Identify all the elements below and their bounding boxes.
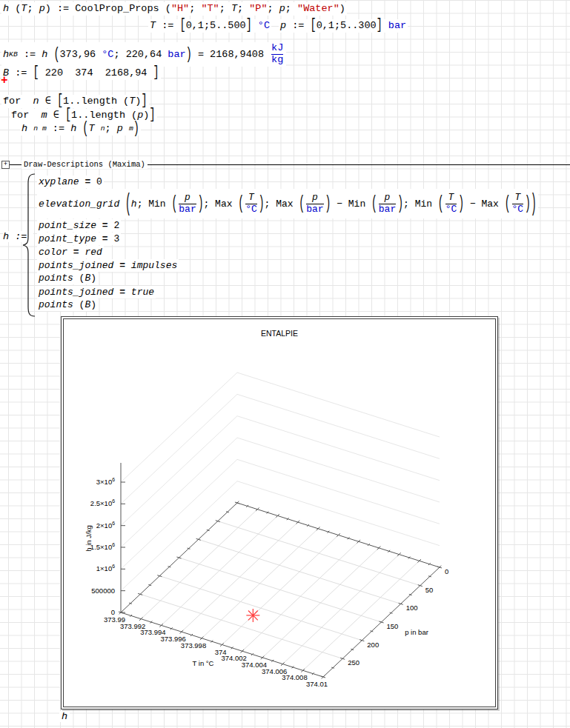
y-tick-label: 100: [406, 604, 418, 612]
z-tick-label: 2.5×106: [90, 498, 115, 507]
z-tick-label: 500000: [91, 587, 115, 595]
surface-mesh-line: [121, 416, 440, 526]
maxima-row-4: color = red: [37, 246, 104, 258]
z-tick-label: 1.5×106: [90, 542, 115, 551]
plot-variable-label: h: [59, 711, 70, 722]
formula-p-range[interactable]: p := [0,1;5..300] bar: [279, 19, 408, 33]
section-title: Draw-Descriptions (Maxima): [21, 160, 148, 169]
y-tick-label: 0: [445, 567, 448, 575]
section-header: + Draw-Descriptions (Maxima): [0, 159, 570, 170]
x-tick-label: 373.998: [181, 641, 206, 649]
maxima-row-1: elevation_grid (h; Min (pbar); Max (T°C)…: [37, 189, 538, 218]
surface-mesh-line: [121, 394, 440, 504]
x-tick-label: 374.01: [306, 680, 328, 688]
maxima-row-5: points_joined = impulses: [37, 259, 179, 272]
y-tick-label: 250: [348, 658, 359, 667]
3d-plot-region[interactable]: 05000001×1061.5×1062×1062.5×1063×106373.…: [61, 316, 498, 709]
y-tick-label: 150: [387, 622, 399, 630]
formula-coolprop-def[interactable]: h (T; p) := CoolProp_Props ("H"; "T"; T;…: [1, 2, 347, 16]
maxima-row-2: point_size = 2: [37, 219, 121, 232]
z-axis-label: h in J/kg: [84, 525, 93, 551]
formula-for-n[interactable]: for n ∈ [1..length (T)]: [1, 95, 149, 108]
maxima-row-0: xyplane = 0: [37, 176, 104, 188]
y-tick-label: 200: [367, 641, 379, 649]
formula-h-nm[interactable]: h n m := h (T n; p m): [20, 122, 141, 136]
z-tick-label: 2×106: [96, 521, 115, 530]
maxima-row-3: point_type = 3: [37, 233, 121, 245]
system-brace: [21, 173, 37, 318]
formula-T-range[interactable]: T := [0,1;5..500] °C: [148, 19, 271, 33]
section-divider-left: [10, 164, 21, 165]
y-axis-label: p in bar: [405, 628, 428, 636]
formula-B-vector[interactable]: B := [ 220 374 2168,94 ]: [1, 67, 161, 80]
formula-hKB[interactable]: hKB := h (373,96 °C; 220,64 bar) = 2168,…: [1, 42, 286, 67]
section-expand-toggle-icon[interactable]: +: [1, 161, 10, 169]
z-tick-label: 3×106: [96, 477, 115, 486]
plot-title: ENTALPIE: [261, 329, 298, 338]
surface-mesh-line: [121, 459, 440, 569]
maxima-row-7: points_joined = true: [37, 286, 156, 298]
x-axis-label: T in °C: [193, 659, 214, 667]
z-tick-label: 1×106: [96, 564, 115, 572]
smath-worksheet: { "worksheet": { "cursor_plus": "+", "se…: [0, 0, 570, 728]
data-point-marker: [246, 609, 259, 622]
surface-mesh-line: [121, 373, 440, 482]
x-tick-label: 374.008: [282, 673, 307, 681]
surface-mesh-line: [121, 481, 440, 591]
section-divider-rule: [148, 164, 570, 165]
maxima-row-6: points (B): [37, 272, 98, 284]
y-tick-label: 50: [425, 586, 434, 594]
maxima-row-8: points (B): [37, 298, 98, 311]
surface-mesh-line: [121, 438, 440, 547]
insertion-cursor[interactable]: +: [1, 74, 8, 87]
enthalpy-3d-chart: 05000001×1061.5×1062×1062.5×1063×106373.…: [61, 316, 498, 709]
